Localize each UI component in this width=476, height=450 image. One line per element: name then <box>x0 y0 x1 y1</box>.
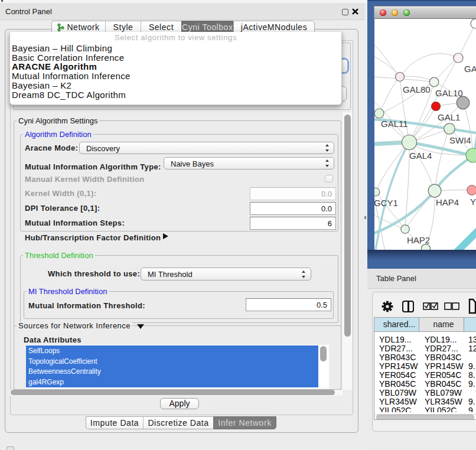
svg-text:GAL4: GAL4 <box>409 151 432 161</box>
svg-text:HAP2: HAP2 <box>407 235 430 245</box>
svg-text:GCY1: GCY1 <box>374 198 398 208</box>
svg-text:GAL80: GAL80 <box>403 84 431 94</box>
svg-text:GAL1: GAL1 <box>438 112 460 122</box>
svg-text:YJ: YJ <box>470 197 476 207</box>
svg-text:SWI4: SWI4 <box>449 135 471 145</box>
svg-text:GAL11: GAL11 <box>381 119 408 129</box>
svg-text:HAP4: HAP4 <box>436 197 459 207</box>
svg-text:GAL10: GAL10 <box>435 88 463 98</box>
svg-text:GAL7: GAL7 <box>464 64 476 74</box>
